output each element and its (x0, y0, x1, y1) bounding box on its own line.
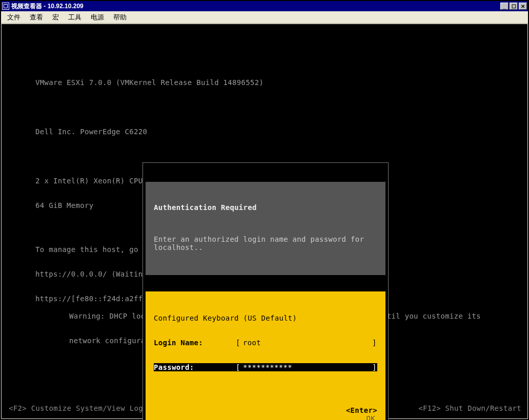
f2-hint: <F2> Customize System/View Logs (9, 404, 148, 412)
bracket-right: ] (372, 363, 377, 371)
mgmt-line1: To manage this host, go to (35, 245, 152, 254)
password-input[interactable]: *********** (241, 363, 372, 371)
menu-file[interactable]: 文件 (4, 12, 24, 23)
titlebar[interactable]: 视频查看器 - 10.92.10.209 _ ☐ ✕ (1, 1, 528, 11)
menu-help[interactable]: 帮助 (110, 12, 130, 23)
enter-key-hint: <Enter> (346, 406, 377, 414)
auth-subtitle: Enter an authorized login name and passw… (154, 235, 377, 251)
application-window: 视频查看器 - 10.92.10.209 _ ☐ ✕ 文件 查看 宏 工具 电源… (0, 0, 529, 420)
menu-macro[interactable]: 宏 (49, 12, 62, 23)
authentication-dialog: Authentication Required Enter an authori… (143, 162, 389, 420)
password-row[interactable]: Password: [ *********** ] (154, 363, 377, 371)
login-label: Login Name: (154, 339, 236, 347)
minimize-button[interactable]: _ (500, 3, 508, 10)
keyboard-label: Configured Keyboard (US Default) (154, 314, 297, 322)
ok-action[interactable]: OK (365, 414, 377, 420)
auth-footer: <Enter> OK <Esc> Cancel (154, 398, 377, 420)
bracket-right: ] (372, 339, 377, 347)
window-title: 视频查看器 - 10.92.10.209 (11, 2, 84, 11)
maximize-button[interactable]: ☐ (510, 3, 518, 10)
esxi-version: VMware ESXi 7.0.0 (VMKernel Release Buil… (35, 78, 263, 87)
menu-tools[interactable]: 工具 (65, 12, 85, 23)
menu-view[interactable]: 查看 (27, 12, 46, 23)
auth-title: Authentication Required (154, 203, 377, 212)
bracket-left: [ (236, 363, 241, 371)
mgmt-line2: https://0.0.0.0/ (Waiting (35, 270, 152, 278)
f12-hint: <F12> Shut Down/Restart (418, 404, 521, 412)
login-input[interactable]: root (241, 339, 372, 347)
menu-power[interactable]: 电源 (88, 12, 107, 23)
remote-console[interactable]: VMware ESXi 7.0.0 (VMKernel Release Buil… (2, 24, 527, 418)
app-icon (2, 3, 9, 10)
password-label: Password: (154, 363, 236, 371)
hardware-model: Dell Inc. PowerEdge C6220 (35, 128, 263, 136)
close-button[interactable]: ✕ (519, 3, 527, 10)
menubar: 文件 查看 宏 工具 电源 帮助 (1, 11, 528, 24)
bracket-left: [ (236, 339, 241, 347)
login-row[interactable]: Login Name: [ root ] (154, 339, 377, 347)
keyboard-row: Configured Keyboard (US Default) (154, 314, 377, 322)
